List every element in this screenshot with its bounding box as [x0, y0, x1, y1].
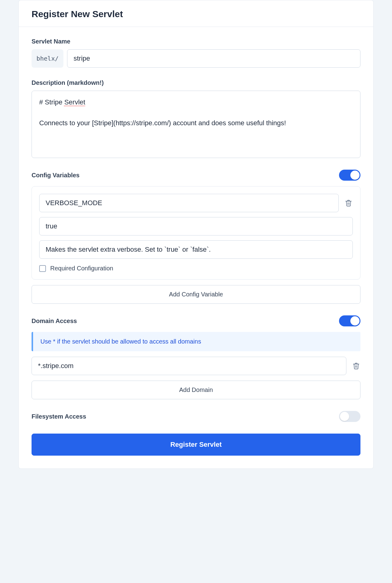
config-variables-section: Config Variables [32, 170, 360, 304]
servlet-name-row: bhelx/ [32, 49, 360, 68]
card-header: Register New Servlet [19, 0, 373, 27]
config-required-row: Required Configuration [39, 264, 353, 272]
register-servlet-card: Register New Servlet Servlet Name bhelx/… [18, 0, 374, 469]
description-label: Description (markdown!) [32, 79, 360, 86]
config-variables-label: Config Variables [32, 172, 80, 179]
filesystem-access-header: Filesystem Access [32, 411, 360, 422]
toggle-knob [350, 316, 360, 325]
description-field: Description (markdown!) # Stripe Servlet… [32, 79, 360, 158]
domain-item-row [32, 357, 360, 375]
add-config-variable-button[interactable]: Add Config Variable [32, 285, 360, 304]
domain-access-header: Domain Access [32, 315, 360, 326]
description-textarea[interactable]: # Stripe ServletConnects to your [Stripe… [32, 91, 360, 158]
domain-input[interactable] [32, 357, 346, 375]
trash-icon [345, 199, 352, 207]
config-variables-toggle[interactable] [339, 170, 360, 181]
config-default-input[interactable] [39, 217, 353, 235]
domain-access-section: Domain Access Use * if the servlet shoul… [32, 315, 360, 399]
add-domain-button[interactable]: Add Domain [32, 381, 360, 399]
servlet-name-field: Servlet Name bhelx/ [32, 38, 360, 68]
filesystem-access-section: Filesystem Access [32, 411, 360, 422]
trash-icon [352, 362, 360, 370]
config-key-row [39, 194, 353, 212]
servlet-name-input[interactable] [67, 49, 360, 68]
domain-access-hint: Use * if the servlet should be allowed t… [32, 332, 360, 351]
config-key-input[interactable] [39, 194, 339, 212]
delete-config-button[interactable] [344, 199, 353, 207]
delete-domain-button[interactable] [352, 362, 360, 370]
page-title: Register New Servlet [32, 9, 360, 19]
servlet-name-prefix: bhelx/ [32, 49, 63, 68]
config-required-label: Required Configuration [50, 265, 113, 272]
config-variables-header: Config Variables [32, 170, 360, 181]
domain-access-label: Domain Access [32, 318, 77, 325]
filesystem-access-toggle[interactable] [339, 411, 360, 422]
filesystem-access-label: Filesystem Access [32, 413, 86, 420]
register-servlet-button[interactable]: Register Servlet [32, 434, 360, 456]
config-variable-item: Required Configuration [32, 186, 360, 280]
toggle-knob [340, 412, 349, 421]
config-help-input[interactable] [39, 240, 353, 259]
servlet-name-label: Servlet Name [32, 38, 360, 45]
toggle-knob [350, 171, 360, 180]
config-required-checkbox[interactable] [39, 265, 46, 272]
domain-access-toggle[interactable] [339, 315, 360, 326]
card-body: Servlet Name bhelx/ Description (markdow… [19, 27, 373, 468]
